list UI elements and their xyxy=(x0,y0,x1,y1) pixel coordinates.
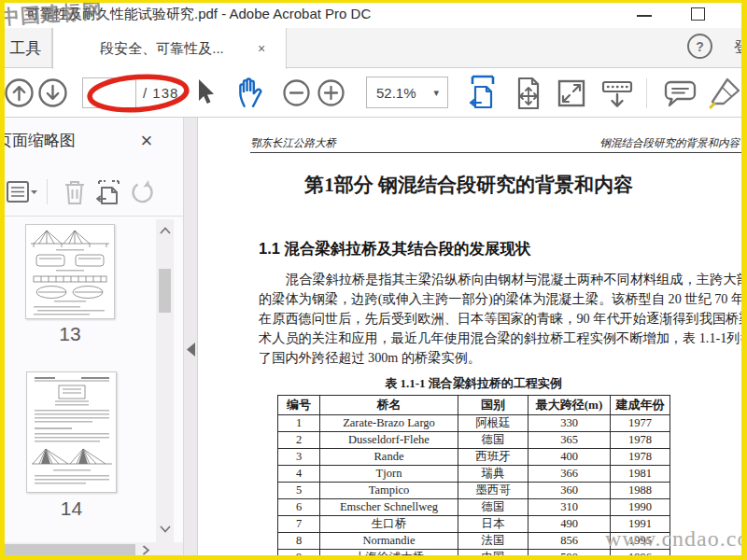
watermark-bottom-right: www.cndao.com xyxy=(605,526,747,552)
plus-circle-icon xyxy=(317,78,345,107)
table-cell: 墨西哥 xyxy=(458,483,529,499)
col-header: 编号 xyxy=(278,396,320,415)
table-cell: 1990 xyxy=(611,499,670,516)
table-cell: 3 xyxy=(278,449,320,466)
table-cell: 6 xyxy=(278,499,320,516)
table-cell: 德国 xyxy=(458,499,529,516)
table-cell: 法国 xyxy=(458,533,529,550)
zoom-level-value: 52.1% xyxy=(367,85,433,101)
scroll-right-icon[interactable] xyxy=(142,545,149,555)
hand-icon xyxy=(234,75,268,110)
panel-horizontal-scrollbar[interactable] xyxy=(0,542,183,557)
tab-document-label: 段安全、可靠性及... xyxy=(53,40,258,58)
table-cell: 490 xyxy=(529,516,611,533)
page-scrolling-button[interactable] xyxy=(467,74,499,113)
page-13-sketch-icon xyxy=(26,225,114,318)
tab-tools[interactable]: 工具 xyxy=(0,28,52,67)
tab-close-icon[interactable]: × xyxy=(258,41,286,56)
col-header: 最大跨径(m) xyxy=(529,396,611,415)
highlight-button[interactable] xyxy=(707,76,742,111)
vertical-scroll-thumb[interactable] xyxy=(159,269,171,313)
scroll-up-icon[interactable] xyxy=(160,227,171,234)
cursor-arrow-icon xyxy=(192,77,217,106)
fit-page-button[interactable] xyxy=(513,76,544,111)
panel-splitter[interactable] xyxy=(183,118,198,560)
zoom-level-dropdown[interactable]: 52.1% ▾ xyxy=(366,77,448,108)
page-total-label: / 138 xyxy=(143,85,178,101)
minimize-button[interactable] xyxy=(630,4,658,24)
speech-bubble-icon xyxy=(663,78,698,110)
table-cell: 8 xyxy=(278,533,320,550)
col-header: 国别 xyxy=(458,396,529,415)
table-cell: 5 xyxy=(278,483,320,499)
scrolling-page-icon xyxy=(467,74,499,113)
arrow-down-circle-icon xyxy=(37,77,68,108)
page-thumbnail-13[interactable] xyxy=(25,224,115,319)
table-cell: 日本 xyxy=(458,516,529,533)
table-cell: 生口桥 xyxy=(320,516,458,533)
table-cell: 2 xyxy=(278,432,320,449)
table-cell: Dusseldorf-Flehe xyxy=(320,432,458,449)
part-title: 第1部分 钢混结合段研究的背景和内容 xyxy=(235,172,702,198)
panel-toolbar-divider xyxy=(47,179,48,204)
table-cell: 1 xyxy=(278,415,320,432)
table-cell: 9 xyxy=(278,550,320,560)
table-row: 6Emscher Schnellweg德国3101990 xyxy=(278,499,670,516)
thumbnail-options-button[interactable] xyxy=(6,179,37,205)
comment-button[interactable] xyxy=(663,78,698,110)
table-cell: 中国 xyxy=(458,550,529,560)
table-cell: 366 xyxy=(529,466,611,483)
col-header: 桥名 xyxy=(320,396,458,415)
page-13-label[interactable]: 13 xyxy=(25,323,115,345)
table-cell: Rande xyxy=(320,449,458,466)
table-cell: Tjorn xyxy=(320,466,458,483)
maximize-button[interactable] xyxy=(684,4,712,24)
page-14-label[interactable]: 14 xyxy=(26,497,117,520)
horizontal-scroll-thumb[interactable] xyxy=(2,544,135,555)
zoom-in-button[interactable] xyxy=(317,78,345,107)
col-header: 建成年份 xyxy=(611,396,670,415)
running-head-left: 鄂东长江公路大桥 xyxy=(250,136,336,150)
rotate-icon xyxy=(130,179,156,205)
page-14-sketch-icon xyxy=(27,372,116,492)
scroll-down-icon[interactable] xyxy=(160,525,171,533)
page-thumbnail-14[interactable] xyxy=(26,371,117,493)
table-row: 3Rande西班牙4001978 xyxy=(278,449,670,466)
running-head-rule xyxy=(250,152,742,153)
expand-icon xyxy=(557,78,586,108)
table-cell: 西班牙 xyxy=(458,449,529,466)
options-menu-icon xyxy=(6,179,37,205)
paragraph-line: 术人员的关注和应用，最近几年使用混合梁的斜拉桥工程实例不断增加，表 1.1-1列… xyxy=(259,329,723,349)
chevron-down-icon: ▾ xyxy=(433,87,447,99)
table-cell: 330 xyxy=(529,415,611,432)
delete-page-button[interactable] xyxy=(62,178,88,206)
table-cell: Tampico xyxy=(320,483,458,499)
panel-close-icon[interactable]: × xyxy=(133,127,161,155)
table-cell: 德国 xyxy=(458,432,529,449)
select-tool-button[interactable] xyxy=(192,77,217,106)
previous-page-button[interactable] xyxy=(4,77,35,108)
help-icon: ? xyxy=(696,39,704,54)
page-number-input[interactable] xyxy=(82,77,136,108)
hide-toolbar-button[interactable] xyxy=(599,78,636,110)
paragraph-line: 的梁体为钢梁，边跨(或伸入主跨一部分)的梁体为混凝土梁。该桥型自 20 世纪 7… xyxy=(259,290,723,310)
next-page-button[interactable] xyxy=(37,77,68,108)
table-cell: 阿根廷 xyxy=(458,415,529,432)
table-cell: 7 xyxy=(278,516,320,533)
sign-in-button[interactable]: 登 xyxy=(734,38,747,58)
rotate-page-button[interactable] xyxy=(130,179,156,205)
help-button[interactable]: ? xyxy=(687,34,712,59)
zoom-out-button[interactable] xyxy=(282,78,311,107)
collapse-panel-icon[interactable] xyxy=(186,342,196,357)
fullscreen-button[interactable] xyxy=(557,78,586,108)
insert-pages-button[interactable] xyxy=(94,178,122,206)
paragraph-line: 混合梁斜拉桥是指其主梁沿纵桥向由钢材与混凝土两种不同材料组成，主跨大部分 xyxy=(259,271,723,290)
minimize-icon xyxy=(637,15,652,17)
paragraph-line: 在原西德问世后，先后受到欧洲、日本等国家的青睐，90 年代开始逐渐得到我国桥梁技 xyxy=(259,310,723,329)
table-cell: 4 xyxy=(278,466,320,483)
panel-vertical-scrollbar[interactable] xyxy=(156,219,174,542)
arrow-up-circle-icon xyxy=(4,77,35,108)
hand-tool-button[interactable] xyxy=(234,75,268,110)
tab-document[interactable]: 段安全、可靠性及... × xyxy=(52,28,287,69)
panel-divider xyxy=(0,216,183,217)
